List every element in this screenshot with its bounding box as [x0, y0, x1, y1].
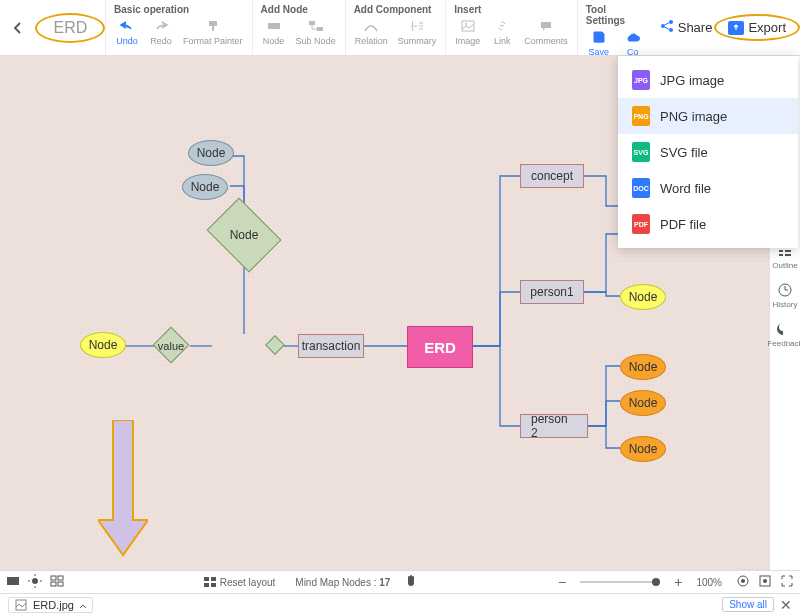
- redo-button[interactable]: Redo: [146, 18, 176, 46]
- group-title: Tool Settings: [584, 4, 648, 26]
- pdf-icon: PDF: [632, 214, 650, 234]
- relation-button[interactable]: Relation: [352, 18, 391, 46]
- add-subnode-button[interactable]: Sub Node: [293, 18, 339, 46]
- group-title: Basic operation: [112, 4, 246, 15]
- zoom-in-button[interactable]: +: [674, 574, 682, 590]
- download-file-name: ERD.jpg: [33, 599, 74, 611]
- share-icon: [660, 19, 674, 36]
- node-count-label: Mind Map Nodes : 17: [295, 577, 390, 588]
- export-item-pdf[interactable]: PDFPDF file: [618, 206, 798, 242]
- show-all-button[interactable]: Show all: [722, 597, 774, 612]
- side-history-button[interactable]: History: [773, 282, 798, 309]
- svg-point-9: [669, 20, 673, 24]
- zoom-level: 100%: [696, 577, 722, 588]
- subnode-icon: [308, 18, 324, 34]
- node-ellipse-orange-1[interactable]: Node: [620, 354, 666, 380]
- svg-rect-19: [785, 254, 791, 256]
- side-feedback-button[interactable]: Feedback: [767, 321, 800, 348]
- target-icon: [736, 574, 750, 588]
- relation-icon: [363, 18, 379, 34]
- export-item-word[interactable]: DOCWord file: [618, 170, 798, 206]
- annotation-arrow: [98, 420, 148, 560]
- svg-rect-15: [779, 250, 783, 252]
- node-ellipse-yellow-left[interactable]: Node: [80, 332, 126, 358]
- view-grid-button[interactable]: [50, 575, 64, 589]
- group-add-node: Add Node Node Sub Node: [252, 0, 345, 55]
- download-file-chip[interactable]: ERD.jpg: [8, 597, 93, 613]
- svg-rect-3: [309, 21, 315, 25]
- summary-button[interactable]: Summary: [395, 18, 440, 46]
- node-person1[interactable]: person1: [520, 280, 584, 304]
- node-ellipse-yellow-r2[interactable]: Node: [620, 284, 666, 310]
- png-icon: PNG: [632, 106, 650, 126]
- insert-link-button[interactable]: Link: [487, 18, 517, 46]
- node-ellipse-orange-2[interactable]: Node: [620, 390, 666, 416]
- node-ellipse-blue-1[interactable]: Node: [188, 140, 234, 166]
- annotation-circle-export: [714, 14, 800, 41]
- group-add-component: Add Component Relation Summary: [345, 0, 446, 55]
- export-item-svg[interactable]: SVGSVG file: [618, 134, 798, 170]
- save-button[interactable]: Save: [584, 29, 614, 57]
- pan-button[interactable]: [404, 574, 418, 590]
- node-ellipse-orange-3[interactable]: Node: [620, 436, 666, 462]
- node-center[interactable]: ERD: [407, 326, 473, 368]
- svg-rect-29: [51, 582, 56, 586]
- node-ellipse-blue-2[interactable]: Node: [182, 174, 228, 200]
- group-basic-operation: Basic operation Undo Redo Format Painter: [105, 0, 252, 55]
- svg-rect-4: [317, 27, 323, 31]
- svg-rect-16: [779, 254, 783, 256]
- cloud-button[interactable]: Co: [618, 29, 648, 57]
- export-item-jpg[interactable]: JPGJPG image: [618, 62, 798, 98]
- center-button[interactable]: [736, 574, 750, 590]
- group-title: Add Component: [352, 4, 440, 15]
- redo-icon: [153, 18, 169, 34]
- fullscreen-icon: [780, 574, 794, 588]
- word-icon: DOC: [632, 178, 650, 198]
- annotation-circle-title: [35, 13, 105, 43]
- svg-rect-30: [58, 582, 63, 586]
- node-transaction[interactable]: transaction: [298, 334, 364, 358]
- link-icon: [494, 18, 510, 34]
- file-icon: [15, 599, 27, 611]
- svg-point-35: [741, 579, 745, 583]
- export-button[interactable]: Export: [722, 20, 792, 35]
- reset-icon: [204, 577, 216, 587]
- close-shelf-button[interactable]: ✕: [780, 597, 792, 613]
- insert-comments-button[interactable]: Comments: [521, 18, 571, 46]
- zoom-slider[interactable]: [580, 581, 660, 583]
- node-person2[interactable]: person 2: [520, 414, 588, 438]
- svg-rect-0: [209, 21, 217, 26]
- undo-button[interactable]: Undo: [112, 18, 142, 46]
- chevron-left-icon: [11, 21, 25, 35]
- node-diamond-label: Node: [204, 222, 284, 248]
- fit-button[interactable]: [758, 574, 772, 590]
- svg-icon: SVG: [632, 142, 650, 162]
- svg-point-38: [763, 579, 767, 583]
- reset-layout-button[interactable]: Reset layout: [204, 577, 276, 588]
- svg-point-22: [32, 578, 38, 584]
- fullscreen-button[interactable]: [780, 574, 794, 590]
- svg-rect-33: [204, 583, 209, 587]
- share-button[interactable]: Share: [654, 19, 719, 36]
- add-node-button[interactable]: Node: [259, 18, 289, 46]
- comments-icon: [538, 18, 554, 34]
- document-title-wrap: ERD: [36, 0, 105, 55]
- export-dropdown: JPGJPG image PNGPNG image SVGSVG file DO…: [618, 56, 798, 248]
- svg-rect-21: [7, 577, 19, 585]
- cloud-icon: [625, 29, 641, 45]
- export-item-png[interactable]: PNGPNG image: [618, 98, 798, 134]
- svg-point-10: [669, 28, 673, 32]
- jpg-icon: JPG: [632, 70, 650, 90]
- view-dark-button[interactable]: [6, 575, 20, 589]
- svg-rect-32: [211, 577, 216, 581]
- back-button[interactable]: [0, 0, 36, 55]
- save-icon: [591, 29, 607, 45]
- svg-point-6: [465, 23, 467, 25]
- insert-image-button[interactable]: Image: [452, 18, 483, 46]
- view-light-button[interactable]: [28, 574, 42, 590]
- format-painter-button[interactable]: Format Painter: [180, 18, 246, 46]
- node-concept[interactable]: concept: [520, 164, 584, 188]
- hand-icon: [404, 574, 418, 588]
- zoom-out-button[interactable]: −: [558, 574, 566, 590]
- format-painter-icon: [205, 18, 221, 34]
